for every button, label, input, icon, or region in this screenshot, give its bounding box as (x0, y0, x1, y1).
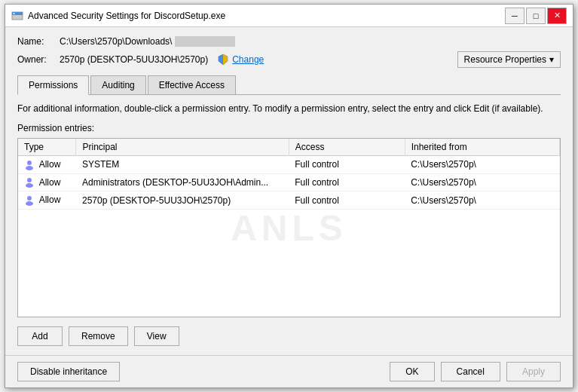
permission-table: Type Principal Access Inherited from (18, 139, 560, 210)
permission-table-wrapper: ANLS Type Principal Access Inherited fro… (17, 138, 561, 317)
main-window: Advanced Security Settings for DiscordSe… (5, 4, 573, 388)
footer-left: Disable inheritance (17, 362, 120, 381)
resource-properties-area: Resource Properties ▾ (457, 51, 561, 68)
section-label: Permission entries: (17, 123, 561, 133)
svg-point-10 (26, 201, 33, 206)
add-button[interactable]: Add (17, 326, 63, 346)
tabs-bar: Permissions Auditing Effective Access (17, 75, 561, 95)
change-label: Change (232, 54, 264, 65)
name-label: Name: (17, 36, 55, 47)
table-row[interactable]: Allow 2570p (DESKTOP-5UU3JOH\2570p) Full… (18, 191, 560, 210)
tab-effective-access[interactable]: Effective Access (148, 75, 236, 94)
row2-principal: 2570p (DESKTOP-5UU3JOH\2570p) (76, 191, 289, 210)
row0-type: Allow (18, 155, 76, 173)
row1-access: Full control (289, 173, 405, 191)
ok-button[interactable]: OK (390, 362, 434, 381)
shield-uac-icon (217, 54, 229, 66)
maximize-button[interactable]: □ (526, 8, 546, 24)
cancel-button[interactable]: Cancel (441, 362, 500, 381)
resource-properties-button[interactable]: Resource Properties ▾ (457, 51, 561, 68)
row1-inherited: C:\Users\2570p\ (405, 173, 559, 191)
user-icon (24, 160, 35, 170)
name-value-area: C:\Users\2570p\Downloads\ (60, 36, 561, 47)
table-row[interactable]: Allow SYSTEM Full control C:\Users\2570p… (18, 155, 560, 173)
name-value: C:\Users\2570p\Downloads\ (60, 36, 172, 47)
dialog-content: Name: C:\Users\2570p\Downloads\ Owner: 2… (5, 27, 573, 355)
name-blurred-portion (175, 36, 235, 47)
close-button[interactable]: ✕ (547, 8, 567, 24)
row0-access: Full control (289, 155, 405, 173)
svg-point-9 (27, 196, 32, 201)
window-title: Advanced Security Settings for DiscordSe… (28, 11, 505, 21)
col-header-access: Access (289, 139, 405, 156)
col-header-principal: Principal (76, 139, 289, 156)
col-header-type: Type (18, 139, 76, 156)
apply-button[interactable]: Apply (506, 362, 561, 381)
title-bar: Advanced Security Settings for DiscordSe… (5, 5, 573, 27)
owner-row: Owner: 2570p (DESKTOP-5UU3JOH\2570p) Cha… (17, 51, 561, 68)
minimize-button[interactable]: ─ (505, 8, 524, 24)
owner-label: Owner: (17, 54, 55, 65)
svg-point-8 (26, 183, 33, 188)
row1-type: Allow (18, 173, 76, 191)
window-controls: ─ □ ✕ (505, 8, 567, 24)
name-row: Name: C:\Users\2570p\Downloads\ (17, 36, 561, 47)
action-buttons: Add Remove View (17, 326, 561, 346)
svg-marker-4 (223, 54, 228, 65)
window-icon (11, 10, 23, 22)
footer-right: OK Cancel Apply (390, 362, 561, 381)
view-button[interactable]: View (134, 326, 179, 346)
svg-point-6 (26, 166, 33, 170)
chevron-down-icon: ▾ (549, 54, 554, 65)
svg-point-2 (14, 13, 15, 14)
svg-point-5 (27, 161, 32, 165)
disable-inheritance-button[interactable]: Disable inheritance (17, 362, 120, 381)
user-icon (24, 195, 35, 206)
svg-point-7 (27, 178, 32, 182)
remove-button[interactable]: Remove (69, 326, 128, 346)
user-icon (24, 177, 35, 188)
row0-principal: SYSTEM (76, 155, 289, 173)
watermark: ANLS (231, 207, 347, 248)
row0-inherited: C:\Users\2570p\ (405, 155, 559, 173)
table-row[interactable]: Allow Administrators (DESKTOP-5UU3JOH\Ad… (18, 173, 560, 191)
description-text: For additional information, double-click… (17, 103, 561, 115)
tab-auditing[interactable]: Auditing (90, 75, 145, 94)
resource-properties-label: Resource Properties (464, 54, 546, 65)
row1-principal: Administrators (DESKTOP-5UU3JOH\Admin... (76, 173, 289, 191)
col-header-inherited: Inherited from (405, 139, 559, 156)
row2-type: Allow (18, 191, 76, 210)
dialog-footer: Disable inheritance OK Cancel Apply (5, 355, 573, 387)
owner-value: 2570p (DESKTOP-5UU3JOH\2570p) (60, 54, 208, 65)
row2-inherited: C:\Users\2570p\ (405, 191, 559, 210)
change-link[interactable]: Change (217, 54, 264, 66)
row2-access: Full control (289, 191, 405, 210)
tab-permissions[interactable]: Permissions (17, 75, 89, 95)
